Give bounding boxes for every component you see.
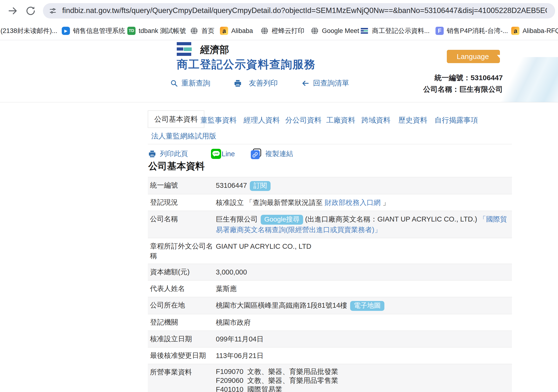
row-label: 公司所在地 [148, 297, 216, 313]
back-arrow-icon [301, 79, 310, 87]
chevron-down-icon[interactable] [497, 55, 502, 58]
representative-value: 葉斯應 [216, 285, 237, 292]
tab-branches[interactable]: 分公司資料 [285, 115, 322, 125]
moea-logo [177, 42, 192, 57]
table-row-registry-authority: 登記機關 桃園市政府 [148, 314, 512, 331]
bookmark-label: 销售信息管理系统 [73, 26, 125, 35]
ministry-name: 經濟部 [200, 43, 229, 56]
table-row-foreign-name: 章程所訂外文公司名稱 GIANT UP ACRYLIC CO., LTD [148, 238, 512, 264]
bookmark-p4p[interactable]: F 销售P4P消耗-台湾-... [436, 22, 508, 40]
tab-directors[interactable]: 董監事資料 [201, 115, 236, 125]
tax-portal-link[interactable]: 財政部稅務入口網 [325, 199, 381, 206]
bookmark-alibaba[interactable]: a Alibaba [220, 22, 253, 40]
table-row-representative: 代表人姓名 葉斯應 [148, 281, 512, 297]
printer-icon [148, 150, 157, 158]
td-icon: TD [127, 27, 136, 35]
header-actions: 重新查詢 友善列印 回查詢清單 [170, 78, 349, 88]
printer-icon [233, 79, 242, 88]
company-summary: 統一編號：53106447 公司名稱：巨生有限公司 [423, 72, 503, 95]
bookmark-tdbank[interactable]: TD tdbank 測試帳號 [127, 22, 186, 40]
row-label: 核准設立日期 [148, 331, 216, 347]
subscribe-badge[interactable]: 訂閱 [250, 181, 270, 191]
company-name-text: 公司名稱：巨生有限公司 [423, 83, 503, 95]
moea-bars-icon [361, 27, 369, 35]
bookmark-label: 橙蜂云打印 [272, 26, 304, 35]
address-value: 桃園市大園區橫峰里高鐵南路1段81號14樓 [216, 301, 347, 309]
business-item: F109070 文教、樂器、育樂用品批發業 [216, 367, 507, 376]
bookmark-google-meet[interactable]: Google Meet [311, 22, 359, 40]
search-icon [170, 79, 178, 87]
row-label: 公司名稱 [148, 211, 216, 227]
row-label: 資本總額(元) [148, 264, 216, 280]
line-icon[interactable]: LINE [211, 149, 221, 159]
google-search-badge[interactable]: Google搜尋 [261, 215, 303, 225]
authority-value: 桃園市政府 [216, 318, 251, 326]
bookmarks-bar: (2138封未读邮件)... ▶ 销售信息管理系统 TD tdbank 測試帳號… [0, 22, 558, 40]
globe-icon [261, 27, 269, 35]
forward-icon[interactable] [7, 5, 18, 16]
reload-icon[interactable] [25, 5, 36, 16]
tab-legal-person-network-trial[interactable]: 法人董監網絡試用版 [151, 131, 216, 141]
row-label: 統一編號 [148, 177, 216, 193]
back-to-list-link[interactable]: 回查詢清單 [301, 78, 349, 88]
bookmark-label: 首页 [201, 26, 214, 35]
bookmark-label: Alibaba-RFQ [523, 27, 558, 35]
bookmark-unread-mail[interactable]: (2138封未读邮件)... [0, 22, 57, 40]
tab-company-basic[interactable]: 公司基本資料 [148, 110, 204, 128]
friendly-print-label: 友善列印 [249, 78, 278, 88]
copy-link-label[interactable]: 複製連結 [265, 149, 293, 159]
requery-label: 重新查詢 [181, 78, 210, 88]
table-row-business-scope: 所營事業資料 F109070 文教、樂器、育樂用品批發業 F209060 文教、… [148, 364, 512, 392]
site-settings-icon[interactable] [49, 7, 56, 15]
bookmark-label: Alibaba [231, 27, 253, 35]
tab-self-disclosure[interactable]: 自行揭露事項 [435, 115, 478, 125]
capital-value: 3,000,000 [216, 268, 247, 276]
row-label: 章程所訂外文公司名稱 [148, 238, 216, 264]
bookmark-sales-info-system[interactable]: ▶ 销售信息管理系统 [62, 22, 125, 40]
browser-toolbar: findbiz.nat.gov.tw/fts/query/QueryCmpyDe… [0, 0, 558, 22]
bookmark-cloud-print[interactable]: 橙蜂云打印 [261, 22, 304, 40]
uniform-number-text: 統一編號：53106447 [423, 72, 503, 83]
print-page-link[interactable]: 列印此頁 [160, 149, 188, 159]
table-row-establish-date: 核准設立日期 099年11月04日 [148, 331, 512, 347]
status-suffix: 」 [381, 199, 389, 206]
tab-factory[interactable]: 工廠資料 [326, 115, 355, 125]
row-label: 最後核准變更日期 [148, 347, 216, 363]
bookmark-label: 销售P4P消耗-台湾-... [447, 26, 508, 35]
tab-history[interactable]: 歷史資料 [398, 115, 427, 125]
table-row-last-change-date: 最後核准變更日期 113年06月21日 [148, 347, 512, 364]
line-share-link[interactable]: Line [222, 150, 235, 158]
foreign-name-value: GIANT UP ACRYLIC CO., LTD [216, 242, 311, 250]
address-bar[interactable]: findbiz.nat.gov.tw/fts/query/QueryCmpyDe… [43, 3, 555, 18]
table-row-registration-status: 登記現況 核准設立 「查詢最新營業狀況請至 財政部稅務入口網 」 [148, 194, 512, 211]
f-icon: F [436, 27, 444, 35]
establish-date-value: 099年11月04日 [216, 335, 263, 343]
alibaba-icon: a [511, 27, 519, 35]
business-item: F401010 國際貿易業 [216, 385, 507, 392]
friendly-print-link[interactable]: 友善列印 [233, 78, 278, 88]
row-label: 代表人姓名 [148, 281, 216, 296]
tab-managers[interactable]: 經理人資料 [244, 115, 280, 125]
english-name-text: (出進口廠商英文名稱：GIANT UP ACRYLIC CO., LTD.) [303, 215, 479, 223]
bookmark-moea-registry[interactable]: 商工登記公示資料... [361, 22, 430, 40]
site-header: 經濟部 商工登記公示資料查詢服務 重新查詢 友善列印 回查詢清單 [0, 40, 558, 102]
business-item: F209060 文教、樂器、育樂用品零售業 [216, 376, 507, 385]
language-button[interactable]: Language [447, 50, 500, 63]
table-row-company-name: 公司名稱 巨生有限公司Google搜尋 (出進口廠商英文名稱：GIANT UP … [148, 211, 512, 238]
bookmark-alibaba-rfq[interactable]: a Alibaba-RFQ [511, 22, 558, 40]
bookmark-homepage[interactable]: 首页 [190, 22, 214, 40]
requery-link[interactable]: 重新查詢 [170, 78, 210, 88]
page-tools: 列印此頁 LINE Line 複製連結 [148, 148, 293, 160]
browser-window: { "browser": { "url": "findbiz.nat.gov.t… [0, 0, 558, 392]
back-to-list-label: 回查詢清單 [313, 78, 349, 88]
alibaba-icon: a [220, 27, 228, 35]
globe-icon [311, 27, 319, 35]
e-map-badge[interactable]: 電子地圖 [350, 301, 384, 311]
url-text[interactable]: findbiz.nat.gov.tw/fts/query/QueryCmpyDe… [62, 6, 547, 15]
copy-link-icon[interactable] [251, 149, 262, 159]
row-label: 登記現況 [148, 194, 216, 210]
company-name-value: 巨生有限公司 [216, 215, 258, 223]
row-label: 登記機關 [148, 314, 216, 330]
globe-icon [190, 27, 198, 35]
tab-cross-domain[interactable]: 跨域資料 [361, 115, 390, 125]
